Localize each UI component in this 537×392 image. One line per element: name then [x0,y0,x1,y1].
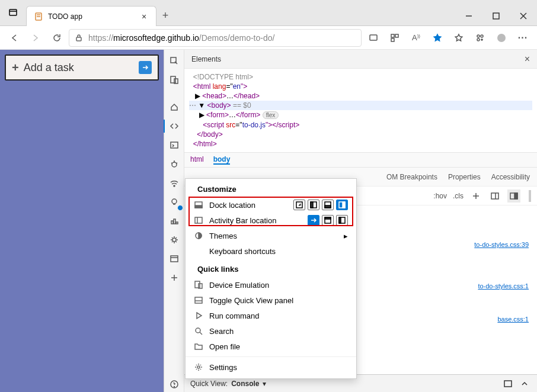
svg-rect-9 [76,37,81,41]
inspect-tool-button[interactable] [167,53,182,69]
elements-tab[interactable] [167,118,182,134]
menu-run-command[interactable]: Run command [186,308,356,323]
menu-search[interactable]: Search [186,323,356,339]
new-tab-button[interactable]: + [156,5,174,25]
scrollbar[interactable] [529,190,531,202]
dock-undock-option[interactable] [293,200,305,210]
play-icon [194,311,203,320]
abar-left-option[interactable] [336,215,348,226]
profile-button[interactable] [492,28,511,47]
tab-close-button[interactable]: × [139,12,149,21]
qr-button[interactable] [385,28,404,47]
console-icon [170,140,179,150]
svg-rect-54 [325,205,331,208]
add-task-input[interactable]: + Add a task [5,54,159,81]
svg-line-26 [171,163,172,163]
panel-icon [490,191,500,201]
svg-rect-52 [311,202,313,208]
arrow-right-icon [31,33,40,43]
menu-dock-location[interactable]: Dock location [186,197,356,213]
sources-tab[interactable] [167,156,182,172]
performance-tab[interactable] [167,194,182,210]
panel-close-button[interactable]: × [525,54,530,65]
menu-keyboard-shortcuts[interactable]: Keyboard shortcuts [186,243,356,259]
submit-task-button[interactable] [139,61,152,74]
panel-icon [194,295,203,305]
quickview-select[interactable]: Console [231,380,259,388]
back-button[interactable] [5,28,24,47]
inspect-icon [170,56,179,66]
svg-point-16 [477,38,480,41]
source-link[interactable]: to-do-styles.css:1 [478,282,529,290]
crumb-html[interactable]: html [190,155,204,165]
minimize-icon [464,11,474,21]
arrow-left-icon [9,33,19,43]
abar-top-option[interactable] [322,215,334,226]
favorite-button[interactable] [428,28,447,47]
tab-properties[interactable]: Properties [448,173,481,181]
url-input[interactable]: https://microsoftedge.github.io/Demos/de… [69,29,362,47]
panel-header: Elements × [184,50,537,69]
memory-tab[interactable] [167,213,182,229]
network-tab[interactable] [167,175,182,191]
dock-left-option[interactable] [308,200,319,210]
menu-activitybar-location[interactable]: Activity Bar location [186,213,356,228]
screencast-button[interactable] [364,28,383,47]
collections-icon [475,33,485,43]
console-tab[interactable] [167,137,182,153]
dock-bottom-option[interactable] [322,200,334,210]
tab-accessibility[interactable]: Accessibility [491,173,530,181]
menu-device-emulation[interactable]: Device Emulation [186,277,356,293]
refresh-button[interactable] [47,28,66,47]
minimize-button[interactable] [455,7,482,25]
plus-icon: + [12,61,19,75]
quickview-dock-button[interactable] [501,377,514,390]
text-icon: A)) [412,33,420,42]
devices-icon [170,75,179,85]
abar-default-option[interactable] [308,215,319,226]
computed-toggle[interactable] [488,189,501,203]
tab-actions-button[interactable] [0,0,26,25]
dock-right-option[interactable] [336,200,348,210]
crumb-body[interactable]: body [213,155,231,165]
sidebar-icon [194,216,203,225]
svg-rect-31 [171,221,173,224]
sidebar-toggle[interactable] [507,189,520,203]
menu-settings[interactable]: Settings [186,359,356,375]
gear-icon [194,362,203,372]
cls-toggle[interactable]: .cls [453,192,464,200]
source-link[interactable]: base.css:1 [497,316,529,323]
new-rule-button[interactable] [469,189,482,203]
device-toggle-button[interactable] [167,72,182,88]
collections-button[interactable] [471,28,490,47]
home-icon [170,102,179,112]
menu-button[interactable]: ··· [513,28,532,47]
dom-tree[interactable]: <!DOCTYPE html> <html lang="en"> ▶ <head… [184,69,537,152]
svg-point-24 [172,162,177,167]
svg-rect-49 [195,205,202,208]
svg-line-27 [176,163,177,163]
favorites-hub-button[interactable] [449,28,468,47]
search-icon [194,326,203,336]
welcome-tab[interactable] [167,99,182,115]
tab-dom-breakpoints[interactable]: OM Breakpoints [386,173,437,181]
breadcrumb[interactable]: html body [184,152,537,168]
hov-toggle[interactable]: :hov [433,192,447,200]
url-domain: microsoftedge.github.io [113,33,199,43]
tabs-icon [8,8,18,17]
quickview-collapse-button[interactable] [518,377,531,390]
add-panel-button[interactable] [167,270,182,285]
read-aloud-button[interactable]: A)) [407,28,426,47]
menu-toggle-quickview[interactable]: Toggle Quick View panel [186,293,356,308]
maximize-button[interactable] [482,7,510,25]
security-tab[interactable] [167,251,182,266]
close-button[interactable] [510,7,537,25]
menu-open-file[interactable]: Open file [186,339,356,354]
svg-rect-56 [343,202,345,208]
application-tab[interactable] [167,232,182,248]
menu-themes[interactable]: Themes ▸ [186,228,356,243]
help-button[interactable] [167,377,182,392]
svg-rect-10 [370,35,377,40]
source-link[interactable]: to-do-styles.css:39 [474,241,529,248]
browser-tab[interactable]: TODO app × [26,6,156,26]
